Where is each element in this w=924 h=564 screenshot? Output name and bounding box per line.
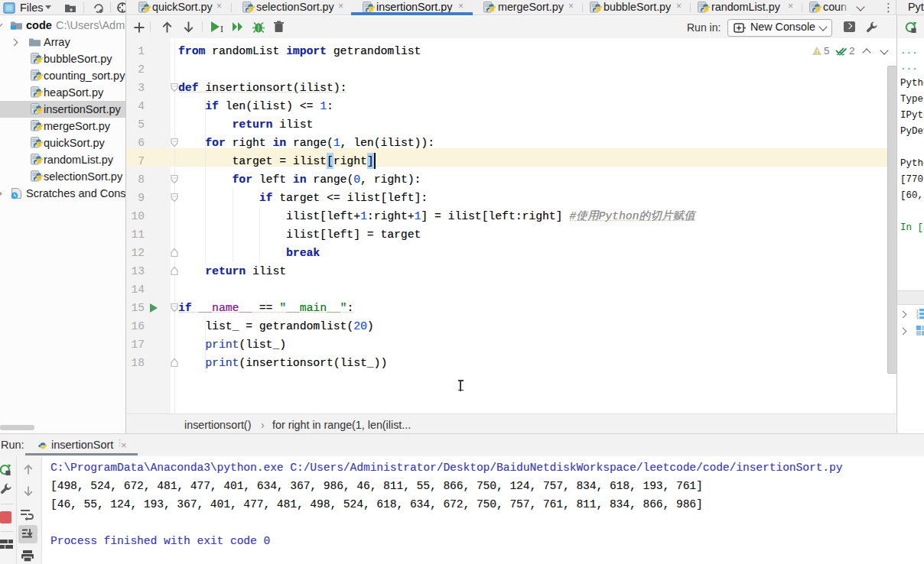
svg-text:3: 3 <box>916 316 919 319</box>
